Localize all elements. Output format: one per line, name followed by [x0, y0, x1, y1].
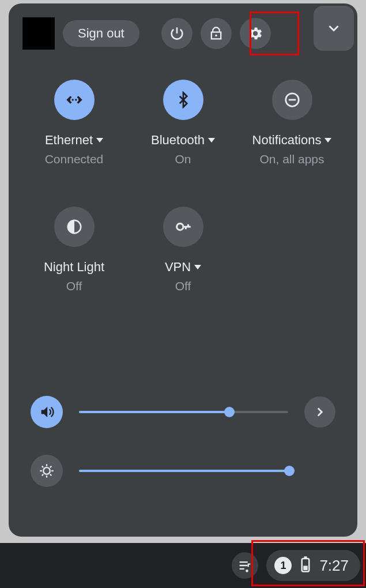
- clock: 7:27: [319, 557, 349, 575]
- volume-row: [31, 396, 335, 428]
- brightness-button[interactable]: [31, 455, 63, 487]
- svg-line-12: [42, 466, 43, 467]
- vpn-key-icon: [163, 207, 203, 247]
- notifications-status: On, all apps: [259, 152, 324, 166]
- battery-icon: [300, 556, 311, 575]
- chevron-down-icon: [325, 20, 342, 37]
- caret-down-icon: [325, 138, 331, 143]
- svg-point-6: [176, 223, 183, 230]
- brightness-slider[interactable]: [79, 470, 289, 472]
- night-light-label: Night Light: [44, 260, 104, 275]
- caret-down-icon: [96, 138, 103, 143]
- vpn-label: VPN: [165, 260, 201, 275]
- lock-button[interactable]: [201, 18, 232, 49]
- power-button[interactable]: [161, 18, 193, 49]
- svg-rect-18: [304, 566, 308, 571]
- avatar[interactable]: [22, 17, 55, 50]
- taskbar: 1 7:27: [0, 543, 366, 588]
- brightness-row: [31, 455, 335, 487]
- power-icon: [169, 25, 185, 42]
- quick-settings-grid: Ethernet Connected Bluetooth On Notifica…: [22, 80, 344, 293]
- speaker-icon: [39, 404, 55, 420]
- svg-point-2: [75, 99, 77, 100]
- night-light-status: Off: [66, 279, 82, 293]
- quick-settings-panel: Sign out Ethernet Connected Bluetooth: [9, 3, 357, 537]
- notifications-tile[interactable]: Notifications On, all apps: [240, 80, 344, 166]
- volume-slider[interactable]: [79, 411, 288, 413]
- caret-down-icon: [208, 138, 215, 143]
- notification-badge: 1: [274, 557, 292, 574]
- ethernet-icon: [54, 80, 95, 120]
- notifications-label: Notifications: [252, 133, 332, 148]
- svg-point-0: [215, 35, 217, 37]
- bluetooth-status: On: [175, 152, 191, 166]
- bluetooth-icon: [163, 80, 203, 120]
- sign-out-button[interactable]: Sign out: [63, 20, 139, 47]
- settings-button[interactable]: [240, 18, 271, 49]
- audio-settings-button[interactable]: [304, 396, 335, 428]
- collapse-button[interactable]: [314, 6, 354, 51]
- svg-point-7: [43, 467, 50, 474]
- svg-point-1: [71, 99, 73, 100]
- chevron-right-icon: [312, 405, 327, 420]
- vpn-status: Off: [175, 279, 191, 293]
- playlist-icon: [237, 557, 253, 574]
- night-light-tile[interactable]: Night Light Off: [22, 207, 126, 293]
- volume-button[interactable]: [31, 396, 63, 428]
- network-label: Ethernet: [45, 133, 103, 148]
- media-controls-button[interactable]: [232, 552, 258, 579]
- network-status: Connected: [45, 152, 104, 166]
- vpn-tile[interactable]: VPN Off: [131, 207, 235, 293]
- sliders-section: [31, 396, 335, 514]
- night-light-icon: [54, 207, 95, 247]
- gear-icon: [247, 25, 263, 42]
- bluetooth-label: Bluetooth: [151, 133, 215, 148]
- system-tray[interactable]: 1 7:27: [266, 550, 360, 581]
- bluetooth-tile[interactable]: Bluetooth On: [131, 80, 235, 166]
- svg-line-14: [42, 474, 43, 475]
- lock-icon: [208, 25, 224, 42]
- caret-down-icon: [194, 265, 201, 269]
- svg-line-13: [50, 474, 51, 475]
- svg-line-15: [50, 466, 51, 467]
- svg-rect-17: [304, 556, 307, 559]
- brightness-icon: [39, 463, 55, 479]
- do-not-disturb-icon: [272, 80, 312, 120]
- network-tile[interactable]: Ethernet Connected: [22, 80, 126, 166]
- panel-topbar: Sign out: [22, 16, 344, 51]
